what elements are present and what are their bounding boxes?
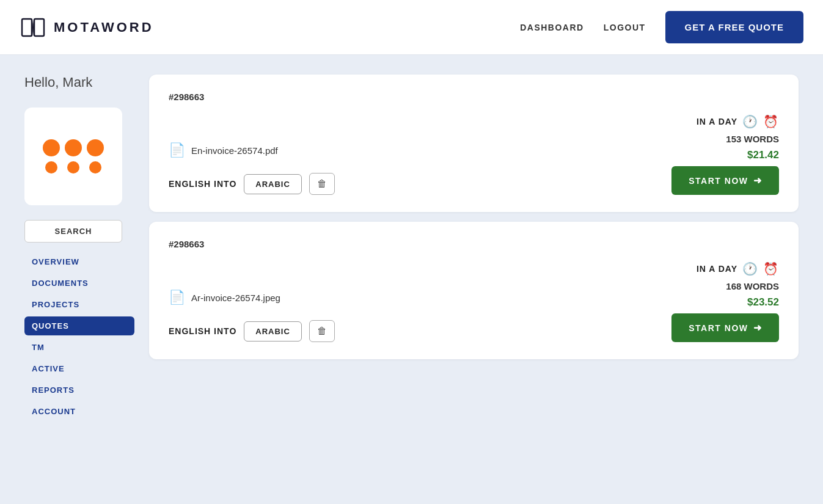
dot-1	[43, 139, 60, 156]
delivery-row-2: IN A DAY 🕐 ⏰	[697, 261, 779, 276]
delete-button-1[interactable]: 🗑	[309, 173, 335, 195]
svg-rect-0	[22, 19, 32, 36]
book-icon	[20, 14, 46, 41]
sidebar: Hello, Mark SEARCH OVERVIEW DOCUMENTS PR…	[24, 75, 134, 484]
price-2: $23.52	[747, 296, 779, 309]
word-count-2: 168 WORDS	[726, 281, 779, 291]
target-lang-1: ARABIC	[244, 174, 302, 194]
start-now-button-2[interactable]: START NOW	[671, 313, 779, 342]
quote-card-2: #298663 📄 Ar-invoice-26574.jpeg ENGLISH …	[149, 222, 799, 359]
sidebar-item-projects[interactable]: PROJECTS	[24, 295, 134, 314]
source-lang-2: ENGLISH INTO	[169, 326, 236, 336]
sidebar-item-quotes[interactable]: QUOTES	[24, 316, 134, 335]
quote-right-1: IN A DAY 🕐 ⏰ 153 WORDS $21.42 START NOW	[671, 114, 779, 195]
delete-button-2[interactable]: 🗑	[309, 320, 335, 342]
main-content: Hello, Mark SEARCH OVERVIEW DOCUMENTS PR…	[0, 55, 823, 504]
quotes-area: #298663 📄 En-invoice-26574.pdf ENGLISH I…	[149, 75, 799, 484]
start-now-button-1[interactable]: START NOW	[671, 166, 779, 195]
nav-logout[interactable]: LOGOUT	[604, 23, 646, 32]
dot-4	[45, 161, 57, 173]
file-icon-2: 📄	[169, 290, 185, 305]
search-button[interactable]: SEARCH	[24, 220, 122, 243]
quote-card-1: #298663 📄 En-invoice-26574.pdf ENGLISH I…	[149, 75, 799, 212]
get-free-quote-button[interactable]: GET A FREE QUOTE	[665, 11, 803, 43]
logo-card	[24, 108, 122, 205]
target-lang-2: ARABIC	[244, 321, 302, 341]
source-lang-1: ENGLISH INTO	[169, 179, 236, 189]
logo-text: MOTAWORD	[54, 20, 154, 35]
alarm-icon-1: ⏰	[763, 114, 779, 129]
price-1: $21.42	[747, 149, 779, 161]
sidebar-item-tm[interactable]: TM	[24, 338, 134, 357]
dots-logo	[38, 134, 109, 178]
logo-area: MOTAWORD	[20, 14, 154, 41]
quote-id-1: #298663	[169, 92, 779, 102]
delivery-label-2: IN A DAY	[697, 264, 737, 274]
quote-file-row-2: 📄 Ar-invoice-26574.jpeg	[169, 290, 671, 305]
sidebar-item-account[interactable]: ACCOUNT	[24, 402, 134, 421]
sidebar-item-overview[interactable]: OVERVIEW	[24, 252, 134, 271]
main-nav: DASHBOARD LOGOUT GET A FREE QUOTE	[520, 11, 803, 43]
quote-right-2: IN A DAY 🕐 ⏰ 168 WORDS $23.52 START NOW	[671, 261, 779, 342]
dot-2	[65, 139, 82, 156]
dot-6	[89, 161, 101, 173]
file-icon-1: 📄	[169, 142, 185, 158]
sidebar-item-reports[interactable]: REPORTS	[24, 381, 134, 400]
dot-3	[87, 139, 104, 156]
sidebar-nav: OVERVIEW DOCUMENTS PROJECTS QUOTES TM AC…	[24, 252, 134, 421]
dot-5	[67, 161, 79, 173]
quote-bottom-row-1: ENGLISH INTO ARABIC 🗑	[169, 173, 671, 195]
quote-main-row-2: 📄 Ar-invoice-26574.jpeg ENGLISH INTO ARA…	[169, 261, 779, 342]
clock-icon-1: 🕐	[742, 114, 758, 129]
header: MOTAWORD DASHBOARD LOGOUT GET A FREE QUO…	[0, 0, 823, 55]
file-name-2: Ar-invoice-26574.jpeg	[191, 293, 280, 303]
delivery-label-1: IN A DAY	[697, 117, 737, 126]
clock-icon-2: 🕐	[742, 261, 758, 276]
nav-dashboard[interactable]: DASHBOARD	[520, 23, 584, 32]
delivery-row-1: IN A DAY 🕐 ⏰	[697, 114, 779, 129]
sidebar-item-documents[interactable]: DOCUMENTS	[24, 274, 134, 293]
word-count-1: 153 WORDS	[726, 134, 779, 144]
sidebar-item-active[interactable]: ACTIVE	[24, 359, 134, 378]
quote-left-2: 📄 Ar-invoice-26574.jpeg ENGLISH INTO ARA…	[169, 290, 671, 342]
greeting: Hello, Mark	[24, 75, 134, 90]
quote-main-row-1: 📄 En-invoice-26574.pdf ENGLISH INTO ARAB…	[169, 114, 779, 195]
file-name-1: En-invoice-26574.pdf	[191, 145, 278, 156]
quote-file-row-1: 📄 En-invoice-26574.pdf	[169, 142, 671, 158]
quote-left-1: 📄 En-invoice-26574.pdf ENGLISH INTO ARAB…	[169, 142, 671, 195]
svg-rect-1	[34, 19, 44, 36]
quote-id-2: #298663	[169, 239, 779, 249]
alarm-icon-2: ⏰	[763, 261, 779, 276]
quote-bottom-row-2: ENGLISH INTO ARABIC 🗑	[169, 320, 671, 342]
